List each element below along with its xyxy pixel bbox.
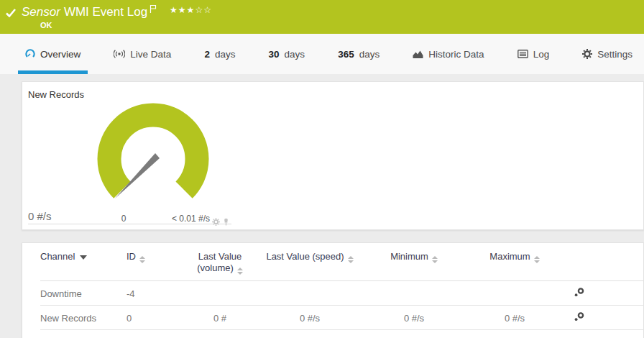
sort-both-icon	[432, 256, 438, 263]
tab-number: 30	[269, 49, 280, 60]
tab-label: Live Data	[130, 49, 171, 60]
channel-settings-gears-icon[interactable]	[574, 289, 585, 300]
stars-empty[interactable]: ☆☆	[195, 5, 212, 15]
tab-label: Settings	[597, 49, 632, 60]
cell-minimum	[364, 281, 464, 306]
status-badge: OK	[40, 21, 637, 29]
gauge-scale-min: 0	[114, 214, 133, 224]
gauge-settings-gear-icon[interactable]	[212, 216, 220, 229]
cell-minimum: 0 #/s	[364, 306, 464, 330]
tab-settings[interactable]: Settings	[575, 34, 640, 74]
sort-both-icon	[534, 256, 540, 263]
table-header-row: Channel ID Last Value (volume) Last Valu…	[40, 243, 644, 281]
tab-30-days[interactable]: 30 days	[262, 34, 313, 74]
sensor-status-banner: Sensor WMI Event Log ★★★☆☆ OK	[0, 0, 644, 34]
cell-last-value-volume	[184, 281, 256, 306]
header-maximum[interactable]: Maximum	[464, 243, 565, 281]
cell-maximum: 0 #/s	[464, 306, 565, 330]
tab-overview[interactable]: Overview	[18, 34, 88, 74]
gauge-scale-max: < 0.01 #/s	[172, 214, 210, 224]
log-list-icon	[518, 50, 528, 58]
cell-last-value-speed	[256, 281, 364, 306]
tab-label: days	[359, 49, 380, 60]
header-minimum[interactable]: Minimum	[364, 243, 464, 281]
cell-actions	[565, 306, 644, 330]
priority-flag-icon[interactable]	[150, 4, 157, 17]
stars-filled[interactable]: ★★★	[170, 5, 195, 15]
ok-check-icon	[6, 7, 16, 20]
area-chart-icon	[413, 50, 423, 59]
header-id[interactable]: ID	[126, 243, 184, 281]
page-title: WMI Event Log	[64, 4, 147, 20]
tab-label: Overview	[40, 49, 80, 60]
cell-id: 0	[126, 306, 184, 330]
cell-actions	[565, 281, 644, 306]
sort-both-icon	[139, 256, 145, 263]
channel-settings-gears-icon[interactable]	[574, 314, 585, 324]
table-row-downtime[interactable]: Downtime -4	[40, 281, 644, 306]
tab-365-days[interactable]: 365 days	[331, 34, 387, 74]
table-row-new-records[interactable]: New Records 0 0 # 0 #/s 0 #/s 0 #/s	[40, 306, 644, 330]
gear-icon	[582, 49, 592, 59]
tab-log[interactable]: Log	[510, 34, 557, 74]
tab-label: Log	[533, 49, 550, 60]
channel-table-panel: Channel ID Last Value (volume) Last Valu…	[22, 242, 644, 338]
sort-both-icon	[237, 268, 243, 275]
gauge-icon	[25, 49, 35, 59]
cell-last-value-volume: 0 #	[184, 306, 256, 330]
gauge-divider	[28, 224, 231, 224]
header-last-value-speed[interactable]: Last Value (speed)	[256, 243, 364, 281]
header-last-value-volume[interactable]: Last Value (volume)	[184, 243, 256, 281]
sort-both-icon	[348, 256, 354, 263]
live-signal-icon	[114, 50, 125, 58]
channel-table: Channel ID Last Value (volume) Last Valu…	[40, 243, 644, 330]
gauge-panel-new-records: New Records 0 < 0.01 #/s 0 #/s	[22, 81, 644, 230]
tab-historic-data[interactable]: Historic Data	[405, 34, 491, 74]
tab-number: 365	[338, 49, 354, 60]
sort-desc-icon	[80, 255, 87, 260]
gauge-pin-icon[interactable]	[222, 216, 230, 229]
cell-maximum	[464, 281, 565, 306]
tab-number: 2	[204, 49, 210, 60]
header-actions	[565, 243, 644, 281]
cell-channel[interactable]: New Records	[40, 306, 126, 330]
tab-label: days	[285, 49, 305, 60]
gauge-arc	[109, 115, 197, 190]
cell-channel[interactable]: Downtime	[40, 281, 126, 306]
priority-stars[interactable]: ★★★☆☆	[170, 4, 212, 16]
overview-content: New Records 0 < 0.01 #/s 0 #/s	[0, 74, 644, 338]
tab-label: Historic Data	[428, 49, 484, 60]
header-channel[interactable]: Channel	[40, 243, 126, 281]
gauge-current-value: 0 #/s	[28, 210, 52, 222]
sensor-kicker: Sensor	[22, 4, 60, 20]
tab-live-data[interactable]: Live Data	[106, 34, 178, 74]
cell-id: -4	[126, 281, 184, 306]
cell-last-value-speed: 0 #/s	[256, 306, 364, 330]
tab-bar: Overview Live Data 2 days 30 days 365 da…	[0, 34, 644, 74]
tab-2-days[interactable]: 2 days	[197, 34, 242, 74]
gauge-chart	[22, 82, 644, 231]
tab-label: days	[215, 49, 236, 60]
